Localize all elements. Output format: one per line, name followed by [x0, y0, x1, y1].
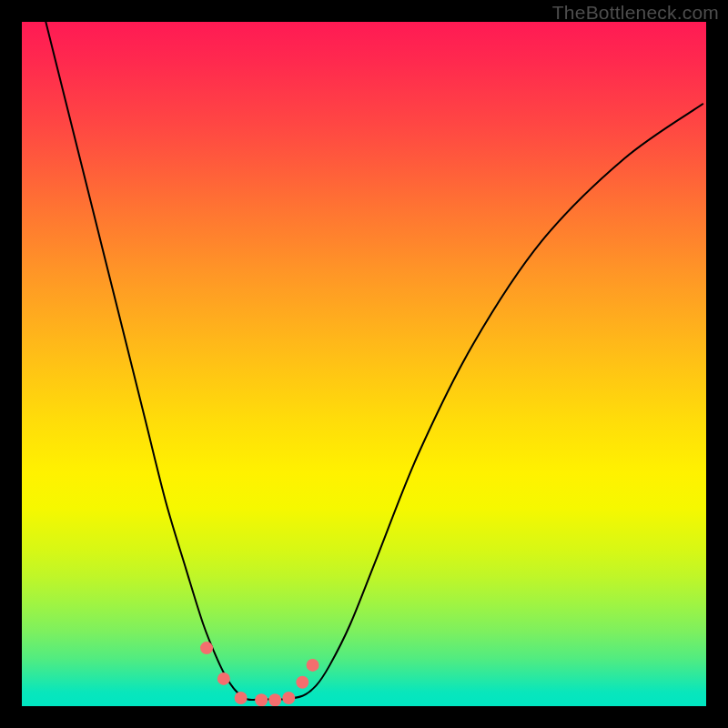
highlight-point: [282, 692, 295, 704]
bottleneck-curve: [46, 22, 703, 700]
highlight-point: [200, 642, 213, 654]
highlight-point: [307, 659, 319, 672]
watermark-text: TheBottleneck.com: [552, 2, 719, 24]
plot-area: [22, 22, 706, 706]
highlight-point: [296, 676, 308, 689]
chart-svg: [22, 22, 706, 706]
highlight-point: [217, 672, 230, 685]
highlight-point: [255, 693, 268, 706]
chart-frame: TheBottleneck.com: [0, 0, 728, 728]
highlight-point: [268, 693, 281, 706]
highlight-point: [235, 692, 248, 704]
